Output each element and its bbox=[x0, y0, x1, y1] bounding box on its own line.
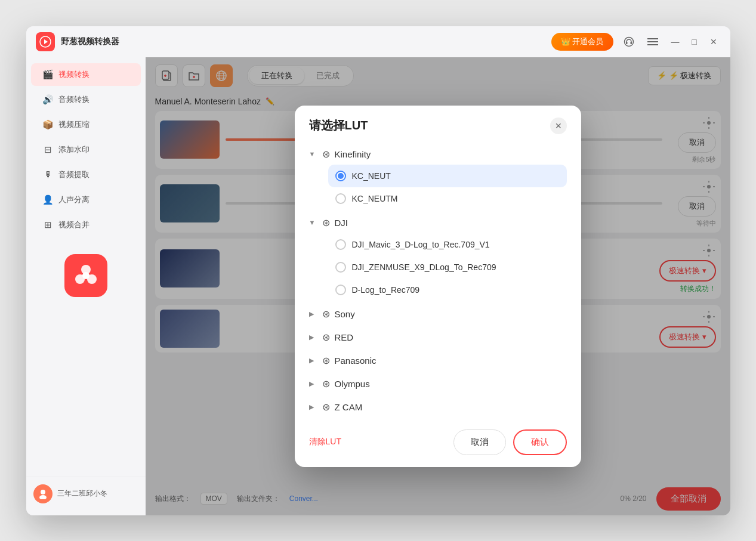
dji-items: DJI_Mavic_3_D-Log_to_Rec.709_V1 DJI_ZENM… bbox=[309, 233, 567, 301]
app-logo bbox=[36, 32, 55, 51]
lut-group-header-sony[interactable]: ▶ ⊛ Sony bbox=[309, 304, 567, 324]
sidebar-item-watermark[interactable]: ⊟ 添加水印 bbox=[31, 138, 141, 161]
lut-group-header-dji[interactable]: ▼ ⊛ DJI bbox=[309, 212, 567, 233]
app-name-label: 野葱视频转换器 bbox=[61, 36, 119, 47]
watermark-icon: ⊟ bbox=[43, 144, 54, 155]
lut-item-kc-neutm[interactable]: KC_NEUTM bbox=[328, 187, 567, 210]
support-icon-btn[interactable] bbox=[621, 33, 637, 50]
olympus-label: Olympus bbox=[335, 379, 370, 389]
lut-group-red: ▶ ⊛ RED bbox=[309, 327, 567, 348]
dialog-confirm-button[interactable]: 确认 bbox=[513, 429, 567, 455]
play-icon bbox=[39, 36, 51, 48]
lut-dialog: 请选择LUT ✕ ▼ ⊛ Kinefinity bbox=[295, 106, 581, 467]
svg-point-2 bbox=[624, 37, 633, 46]
dialog-body: ▼ ⊛ Kinefinity KC_NEUT bbox=[295, 144, 581, 420]
dialog-cancel-button[interactable]: 取消 bbox=[453, 429, 506, 455]
lut-item-dji1-label: DJI_Mavic_3_D-Log_to_Rec.709_V1 bbox=[352, 240, 490, 249]
dji-arrow: ▼ bbox=[309, 219, 317, 226]
title-bar-left: 野葱视频转换器 bbox=[36, 32, 119, 51]
content-area: 正在转换 已完成 ⚡ ⚡ 极速转换 Manuel A. Monteserin L… bbox=[146, 57, 730, 515]
sidebar-item-audio-extract[interactable]: 🎙 音频提取 bbox=[31, 163, 141, 186]
olympus-arrow: ▶ bbox=[309, 380, 317, 388]
lut-item-dji2-label: DJI_ZENMUSE_X9_DLog_To_Rec709 bbox=[352, 262, 496, 272]
lut-item-dji3[interactable]: D-Log_to_Rec709 bbox=[328, 279, 567, 301]
sidebar-item-video-convert[interactable]: 🎬 视频转换 bbox=[31, 63, 141, 86]
radio-kc-neut bbox=[335, 171, 346, 181]
radio-dji2 bbox=[335, 262, 346, 273]
svg-rect-4 bbox=[630, 42, 632, 44]
sony-label: Sony bbox=[335, 309, 355, 319]
window-controls: — □ ✕ bbox=[668, 35, 721, 49]
clear-lut-button[interactable]: 清除LUT bbox=[309, 437, 341, 447]
main-layout: 🎬 视频转换 🔊 音频转换 📦 视频压缩 ⊟ 添加水印 🎙 音频提取 👤 bbox=[26, 57, 730, 515]
sidebar-item-video-merge[interactable]: ⊞ 视频合并 bbox=[31, 214, 141, 236]
red-label: RED bbox=[335, 332, 354, 342]
lut-group-header-zcam[interactable]: ▶ ⊛ Z CAM bbox=[309, 397, 567, 418]
lut-group-header-kinefinity[interactable]: ▼ ⊛ Kinefinity bbox=[309, 144, 567, 165]
lut-group-header-olympus[interactable]: ▶ ⊛ Olympus bbox=[309, 373, 567, 394]
title-bar-right: 👑 开通会员 — □ ✕ bbox=[551, 33, 721, 51]
dialog-header: 请选择LUT ✕ bbox=[295, 106, 581, 144]
video-merge-icon: ⊞ bbox=[43, 220, 54, 230]
sidebar-user-section: 三年二班邱小冬 bbox=[26, 477, 146, 511]
lut-item-dji3-label: D-Log_to_Rec709 bbox=[352, 285, 420, 295]
lut-group-panasonic: ▶ ⊛ Panasonic bbox=[309, 350, 567, 371]
sidebar-item-label-video-compress: 视频压缩 bbox=[58, 119, 90, 130]
radio-dji3 bbox=[335, 285, 346, 295]
headphone-icon bbox=[624, 36, 634, 47]
kinefinity-label: Kinefinity bbox=[335, 149, 371, 159]
dialog-overlay: 请选择LUT ✕ ▼ ⊛ Kinefinity bbox=[146, 57, 730, 515]
sony-arrow: ▶ bbox=[309, 310, 317, 318]
sidebar-item-label-audio-extract: 音频提取 bbox=[58, 169, 90, 180]
hamburger-icon bbox=[647, 38, 658, 46]
menu-icon-btn[interactable] bbox=[644, 33, 661, 50]
voice-separate-icon: 👤 bbox=[43, 194, 54, 205]
lut-item-kc-neut[interactable]: KC_NEUT bbox=[328, 165, 567, 187]
video-compress-icon: 📦 bbox=[43, 119, 54, 130]
user-name-label: 三年二班邱小冬 bbox=[57, 489, 107, 499]
sidebar-item-video-compress[interactable]: 📦 视频压缩 bbox=[31, 113, 141, 136]
sidebar-item-voice-separate[interactable]: 👤 人声分离 bbox=[31, 188, 141, 211]
lut-item-dji2[interactable]: DJI_ZENMUSE_X9_DLog_To_Rec709 bbox=[328, 256, 567, 279]
sidebar-item-label-voice-separate: 人声分离 bbox=[58, 194, 90, 205]
maximize-button[interactable]: □ bbox=[687, 35, 702, 49]
user-avatar-icon bbox=[38, 489, 48, 499]
sidebar-app-icon-container bbox=[26, 249, 146, 302]
svg-point-11 bbox=[82, 272, 90, 279]
sidebar-item-label-video-convert: 视频转换 bbox=[58, 69, 90, 80]
panasonic-label: Panasonic bbox=[335, 355, 377, 366]
lut-group-zcam: ▶ ⊛ Z CAM bbox=[309, 397, 567, 418]
minimize-button[interactable]: — bbox=[668, 35, 683, 49]
lut-group-header-red[interactable]: ▶ ⊛ RED bbox=[309, 327, 567, 348]
lut-item-kc-neutm-label: KC_NEUTM bbox=[352, 194, 398, 203]
video-convert-icon: 🎬 bbox=[43, 69, 54, 80]
user-avatar bbox=[33, 484, 53, 503]
audio-convert-icon: 🔊 bbox=[43, 94, 54, 105]
title-bar: 野葱视频转换器 👑 开通会员 — □ bbox=[26, 26, 730, 57]
sidebar-item-audio-convert[interactable]: 🔊 音频转换 bbox=[31, 88, 141, 111]
radio-dji1 bbox=[335, 239, 346, 250]
dialog-footer: 清除LUT 取消 确认 bbox=[295, 420, 581, 467]
dialog-title: 请选择LUT bbox=[309, 118, 368, 134]
dialog-close-button[interactable]: ✕ bbox=[550, 118, 567, 134]
svg-point-13 bbox=[39, 495, 47, 499]
footer-buttons: 取消 确认 bbox=[453, 429, 567, 455]
lut-group-kinefinity: ▼ ⊛ Kinefinity KC_NEUT bbox=[309, 144, 567, 210]
kinefinity-items: KC_NEUT KC_NEUTM bbox=[309, 165, 567, 210]
sidebar-app-icon bbox=[64, 254, 107, 297]
radio-kc-neutm bbox=[335, 193, 346, 204]
lut-item-kc-neut-label: KC_NEUT bbox=[352, 171, 391, 181]
lut-item-dji1[interactable]: DJI_Mavic_3_D-Log_to_Rec.709_V1 bbox=[328, 233, 567, 256]
close-button[interactable]: ✕ bbox=[706, 35, 721, 49]
app-flower-icon bbox=[73, 262, 99, 289]
sidebar-item-label-audio-convert: 音频转换 bbox=[58, 94, 90, 105]
lut-group-olympus: ▶ ⊛ Olympus bbox=[309, 373, 567, 394]
zcam-label: Z CAM bbox=[335, 402, 363, 412]
lut-group-sony: ▶ ⊛ Sony bbox=[309, 304, 567, 324]
audio-extract-icon: 🎙 bbox=[43, 169, 54, 180]
lut-group-header-panasonic[interactable]: ▶ ⊛ Panasonic bbox=[309, 350, 567, 371]
panasonic-arrow: ▶ bbox=[309, 357, 317, 364]
dji-label: DJI bbox=[335, 218, 348, 228]
vip-button[interactable]: 👑 开通会员 bbox=[551, 33, 613, 51]
svg-point-12 bbox=[41, 490, 45, 494]
